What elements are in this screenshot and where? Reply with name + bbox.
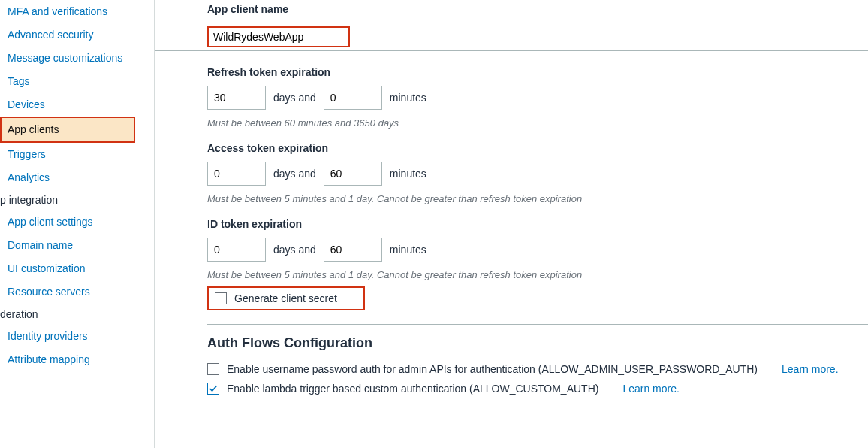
learn-more-link[interactable]: Learn more. [622, 383, 679, 395]
sidebar-item-domain-name[interactable]: Domain name [0, 234, 154, 257]
refresh-token-days-input[interactable] [207, 86, 266, 110]
days-and-label: days and [273, 244, 316, 256]
id-token-help: Must be between 5 minutes and 1 day. Can… [207, 269, 868, 280]
sidebar-item-app-clients[interactable]: App clients [0, 117, 135, 143]
auth-flows-title: Auth Flows Configuration [207, 335, 868, 351]
sidebar-item-ui-customization[interactable]: UI customization [0, 257, 154, 280]
sidebar-section-federation: deration [0, 304, 154, 325]
minutes-label: minutes [390, 244, 426, 256]
main-content: App client name Refresh token expiration… [154, 0, 868, 448]
checkbox-custom-auth[interactable] [207, 383, 219, 395]
refresh-token-label: Refresh token expiration [207, 66, 868, 78]
sidebar-item-attribute-mapping[interactable]: Attribute mapping [0, 348, 154, 371]
minutes-label: minutes [390, 168, 426, 180]
access-token-label: Access token expiration [207, 142, 868, 154]
generate-client-secret-row[interactable]: Generate client secret [207, 286, 365, 310]
app-client-name-label: App client name [207, 3, 868, 15]
days-and-label: days and [273, 92, 316, 104]
id-token-minutes-input[interactable] [324, 238, 382, 262]
days-and-label: days and [273, 168, 316, 180]
auth-row-custom-auth: Enable lambda trigger based custom authe… [207, 383, 868, 395]
sidebar: MFA and verifications Advanced security … [0, 0, 154, 448]
sidebar-item-resource-servers[interactable]: Resource servers [0, 280, 154, 304]
checkbox-admin-user-password[interactable] [207, 363, 219, 375]
auth-row-admin-user-password: Enable username password auth for admin … [207, 363, 868, 375]
sidebar-item-tags[interactable]: Tags [0, 70, 154, 93]
refresh-token-minutes-input[interactable] [324, 86, 382, 110]
generate-client-secret-label: Generate client secret [234, 292, 337, 304]
access-token-help: Must be between 5 minutes and 1 day. Can… [207, 193, 868, 204]
id-token-days-input[interactable] [207, 238, 266, 262]
check-icon [209, 384, 218, 393]
sidebar-item-message-customizations[interactable]: Message customizations [0, 47, 154, 70]
sidebar-item-analytics[interactable]: Analytics [0, 166, 154, 189]
refresh-token-help: Must be between 60 minutes and 3650 days [207, 117, 868, 129]
access-token-days-input[interactable] [207, 162, 266, 186]
sidebar-item-devices[interactable]: Devices [0, 93, 154, 117]
sidebar-item-mfa[interactable]: MFA and verifications [0, 0, 154, 23]
id-token-label: ID token expiration [207, 218, 868, 230]
sidebar-item-advanced-security[interactable]: Advanced security [0, 23, 154, 47]
auth-label-admin: Enable username password auth for admin … [227, 363, 758, 375]
learn-more-link[interactable]: Learn more. [782, 363, 838, 375]
sidebar-item-identity-providers[interactable]: Identity providers [0, 325, 154, 348]
divider [207, 324, 868, 325]
sidebar-item-app-client-settings[interactable]: App client settings [0, 210, 154, 234]
generate-client-secret-checkbox[interactable] [215, 292, 227, 304]
app-client-name-input[interactable] [213, 31, 344, 43]
sidebar-item-triggers[interactable]: Triggers [0, 143, 154, 166]
auth-label-custom: Enable lambda trigger based custom authe… [227, 383, 598, 395]
minutes-label: minutes [390, 92, 426, 104]
access-token-minutes-input[interactable] [324, 162, 382, 186]
sidebar-section-integration: p integration [0, 189, 154, 210]
